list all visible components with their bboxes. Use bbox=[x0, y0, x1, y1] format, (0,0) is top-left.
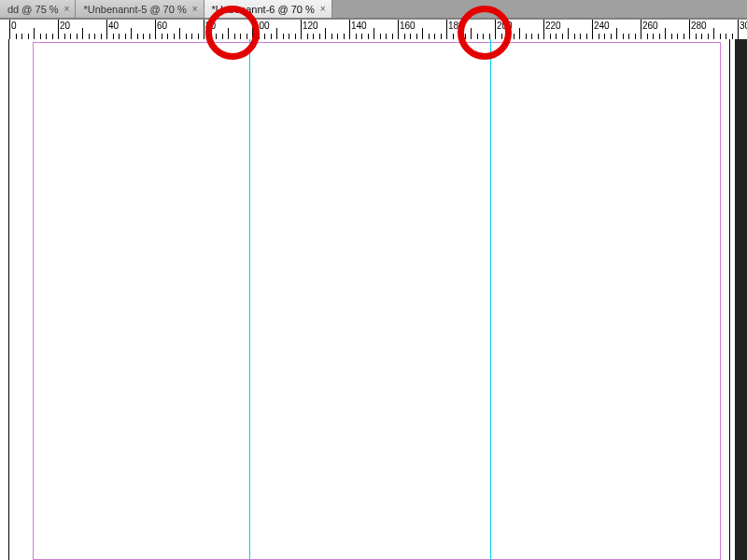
margin-frame bbox=[33, 42, 721, 560]
tab-document-2[interactable]: *Unbenannt-5 @ 70 % × bbox=[76, 0, 204, 18]
document-tabs: dd @ 75 % × *Unbenannt-5 @ 70 % × *Unben… bbox=[0, 0, 747, 19]
close-icon[interactable]: × bbox=[192, 5, 198, 14]
tab-label: *Unbenannt-5 @ 70 % bbox=[83, 4, 186, 15]
tab-label: dd @ 75 % bbox=[7, 4, 59, 15]
horizontal-ruler[interactable]: 0204060801001201401601802002202402602803… bbox=[0, 19, 747, 41]
document-canvas[interactable] bbox=[0, 39, 747, 560]
vertical-guide[interactable] bbox=[490, 39, 491, 560]
close-icon[interactable]: × bbox=[64, 5, 70, 14]
close-icon[interactable]: × bbox=[320, 5, 326, 14]
tab-document-3[interactable]: *Unbenannt-6 @ 70 % × bbox=[204, 0, 332, 18]
vertical-guide[interactable] bbox=[249, 39, 250, 560]
tab-document-1[interactable]: dd @ 75 % × bbox=[0, 0, 76, 18]
tab-label: *Unbenannt-6 @ 70 % bbox=[212, 4, 315, 15]
pasteboard-edge bbox=[735, 39, 747, 560]
